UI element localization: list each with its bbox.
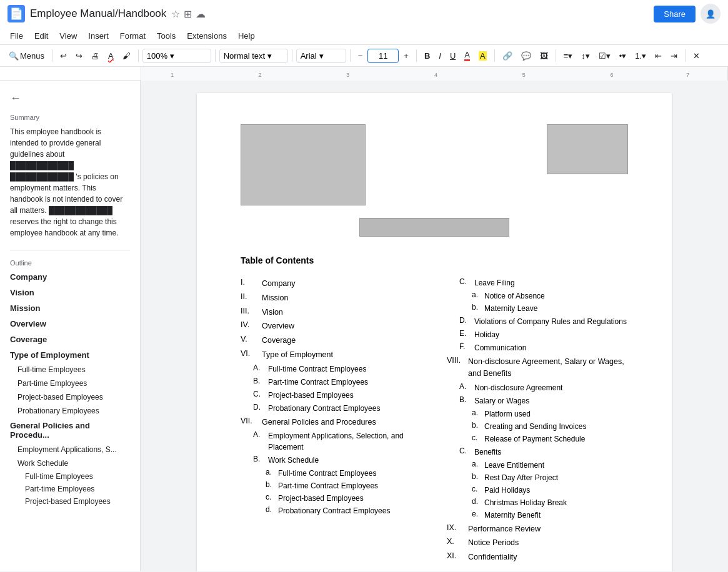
zoom-select[interactable]: 100% ▾ [142, 49, 211, 63]
cloud-icon[interactable]: ☁ [196, 8, 206, 20]
outline-work-schedule[interactable]: Work Schedule [0, 456, 140, 470]
font-select[interactable]: Arial ▾ [296, 49, 346, 63]
toc-item-general-policies: VII. General Policies and Procedures [241, 417, 422, 428]
print-button[interactable]: 🖨 [87, 49, 103, 63]
outline-project-based[interactable]: Project-based Employees [0, 390, 140, 404]
increase-indent-button[interactable]: ⇥ [667, 49, 681, 63]
line-spacing-button[interactable]: ↕▾ [577, 49, 594, 63]
menus-button[interactable]: 🔍 Menus [5, 49, 48, 63]
ruler-mark-2: 2 [259, 72, 262, 78]
outline-company[interactable]: Company [0, 269, 140, 285]
ruler-inner: 1 2 3 4 5 6 7 [141, 67, 728, 81]
bullet-list-button[interactable]: •▾ [616, 49, 631, 63]
comment-button[interactable]: 💬 [517, 49, 535, 63]
decrease-indent-button[interactable]: ⇤ [651, 49, 666, 63]
toc-item-project-based-contract: C. Project-based Employees [253, 390, 422, 401]
star-icon[interactable]: ☆ [171, 8, 180, 20]
menu-insert[interactable]: Insert [83, 29, 114, 43]
toc-item-violations: D. Violations of Company Rules and Regul… [459, 316, 628, 327]
toolbar-separator-6 [416, 49, 417, 62]
folder-icon[interactable]: ⊞ [184, 8, 192, 20]
menu-extensions[interactable]: Extensions [182, 29, 232, 43]
menu-help[interactable]: Help [233, 29, 260, 43]
spellcheck-button[interactable]: A [104, 49, 117, 63]
toc-item-rest-day: b. Rest Day After Project [472, 472, 628, 483]
outline-mission[interactable]: Mission [0, 300, 140, 316]
menu-view[interactable]: View [54, 29, 82, 43]
toolbar-separator [52, 49, 52, 62]
toc-item-confidentiality: XI. Confidentiality [447, 551, 628, 563]
toc-item-type-employment: VI. Type of Employment [241, 349, 422, 361]
align-button[interactable]: ≡▾ [560, 49, 577, 63]
menu-format[interactable]: Format [115, 29, 151, 43]
toc-item-notice-absence: a. Notice of Absence [472, 290, 628, 302]
bold-button[interactable]: B [421, 49, 434, 63]
toolbar-separator-3 [215, 49, 216, 62]
toc-item-probationary-contract: D. Probationary Contract Employees [253, 403, 422, 414]
clear-format-button[interactable]: ✕ [689, 49, 704, 63]
title-icons: ☆ ⊞ ☁ [171, 8, 206, 20]
font-color-button[interactable]: A [461, 47, 474, 64]
undo-button[interactable]: ↩ [56, 49, 71, 63]
menu-bar: File Edit View Insert Format Tools Exten… [0, 27, 728, 44]
toc-item-coverage: V. Coverage [241, 335, 422, 347]
outline-fulltime[interactable]: Full-time Employees [0, 363, 140, 377]
outline-vision[interactable]: Vision [0, 285, 140, 300]
menu-edit[interactable]: Edit [29, 29, 53, 43]
font-size-minus-button[interactable]: − [354, 49, 367, 63]
toc-item-maternity-benefit: e. Maternity Benefit [472, 510, 628, 521]
user-avatar[interactable]: 👤 [701, 4, 721, 24]
outline-ws-project[interactable]: Project-based Employees [0, 495, 140, 508]
outline-coverage[interactable]: Coverage [0, 332, 140, 347]
image-button[interactable]: 🖼 [536, 49, 552, 63]
toc-item-employment-apps: A. Employment Applications, Selection, a… [253, 430, 422, 453]
outline-type-employment[interactable]: Type of Employment [0, 347, 140, 363]
toc-item-maternity-leave: b. Maternity Leave [472, 303, 628, 314]
ruler-mark-7: 7 [686, 72, 689, 78]
toc-item-benefits: C. Benefits [459, 446, 628, 458]
menu-file[interactable]: File [5, 29, 28, 43]
toc-item-release-payment: c. Release of Payment Schedule [472, 433, 628, 445]
back-button[interactable]: ← [0, 87, 140, 110]
italic-button[interactable]: I [435, 49, 445, 63]
ruler-mark-1: 1 [171, 72, 174, 78]
sidebar-divider [10, 250, 130, 250]
toc-item-communication: F. Communication [459, 342, 628, 353]
document-area[interactable]: Table of Contents I. Company II. Mission… [141, 81, 728, 571]
menu-tools[interactable]: Tools [152, 29, 181, 43]
style-select[interactable]: Normal text ▾ [219, 49, 288, 63]
search-icon: 🔍 [9, 51, 19, 61]
highlight-button[interactable]: A [475, 49, 491, 63]
ruler: 1 2 3 4 5 6 7 [0, 67, 728, 81]
document-page: Table of Contents I. Company II. Mission… [197, 93, 672, 571]
doc-images [241, 124, 628, 205]
doc-image-left [241, 124, 366, 205]
outline-ws-parttime[interactable]: Part-time Employees [0, 483, 140, 495]
toc-item-leave-filing: C. Leave Filing [459, 277, 628, 288]
font-size-plus-button[interactable]: + [400, 49, 412, 63]
font-size-box[interactable]: 11 [367, 49, 399, 63]
paint-format-button[interactable]: 🖌 [119, 49, 134, 63]
link-button[interactable]: 🔗 [499, 49, 516, 63]
outline-parttime[interactable]: Part-time Employees [0, 377, 140, 390]
outline-employment-apps[interactable]: Employment Applications, S... [0, 443, 140, 456]
underline-button[interactable]: U [446, 49, 459, 63]
app-icon: 📄 [7, 5, 25, 22]
summary-text: This employee handbook is intended to pr… [0, 124, 140, 245]
toc-item-paid-holidays: c. Paid Holidays [472, 485, 628, 496]
outline-ws-fulltime[interactable]: Full-time Employees [0, 470, 140, 483]
toolbar: 🔍 Menus ↩ ↪ 🖨 A 🖌 100% ▾ Normal text ▾ A… [0, 44, 728, 66]
checklist-button[interactable]: ☑▾ [595, 49, 614, 63]
toolbar-separator-8 [556, 49, 556, 62]
toc-left-column: I. Company II. Mission III. Vision IV. O… [241, 275, 422, 566]
toc-title: Table of Contents [241, 255, 628, 265]
outline-probationary[interactable]: Probationary Employees [0, 404, 140, 418]
share-button[interactable]: Share [654, 6, 696, 22]
toc-item-creating-invoices: b. Creating and Sending Invoices [472, 421, 628, 432]
numbered-list-button[interactable]: 1.▾ [631, 49, 650, 63]
outline-overview[interactable]: Overview [0, 316, 140, 332]
outline-general-policies[interactable]: General Policies and Procedu... [0, 418, 140, 443]
ruler-mark-6: 6 [610, 72, 613, 78]
toc-item-holiday: E. Holiday [459, 329, 628, 340]
redo-button[interactable]: ↪ [72, 49, 86, 63]
